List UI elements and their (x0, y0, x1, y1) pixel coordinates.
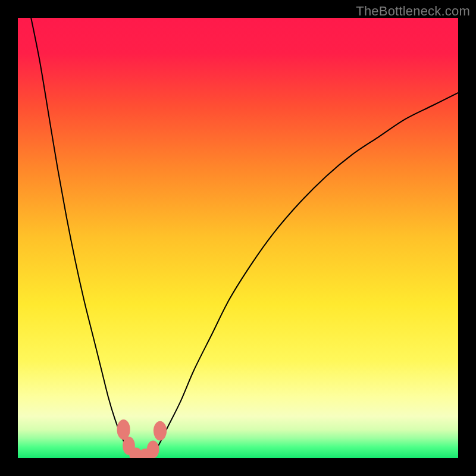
valley-marker (117, 419, 130, 440)
valley-marker (147, 440, 159, 458)
gradient-background (18, 18, 458, 458)
chart-frame (18, 18, 458, 458)
bottleneck-chart (18, 18, 458, 458)
attribution-text: TheBottleneck.com (356, 4, 470, 19)
valley-marker (154, 421, 167, 441)
